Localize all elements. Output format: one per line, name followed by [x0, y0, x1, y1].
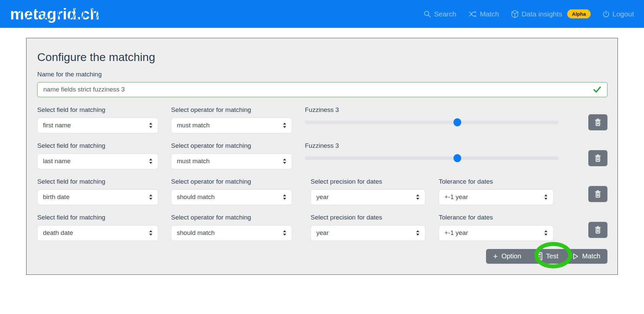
operator-label: Select operator for matching — [171, 178, 292, 185]
matching-name-wrap — [37, 82, 607, 97]
main-nav: Search Match Data insights Alpha Logout — [424, 9, 634, 18]
matching-row-1: Select field for matching first name Sel… — [37, 106, 607, 133]
match-button[interactable]: Match — [566, 249, 607, 264]
tolerance-select-value: +-1 year — [444, 193, 544, 201]
matching-name-input[interactable] — [37, 82, 607, 97]
precision-select-value: year — [316, 229, 416, 237]
fuzziness-slider[interactable] — [305, 153, 559, 169]
operator-select-value: should match — [177, 229, 283, 237]
operator-select[interactable]: must match — [171, 118, 292, 133]
select-arrows-icon — [416, 194, 420, 200]
nav-match-label: Match — [480, 10, 499, 18]
delete-row-button[interactable] — [588, 150, 607, 166]
select-arrows-icon — [544, 194, 548, 200]
slider-track — [305, 121, 559, 124]
delete-row-button[interactable] — [588, 222, 607, 238]
field-label: Select field for matching — [37, 106, 158, 114]
tolerance-label: Tolerance for dates — [439, 178, 553, 185]
matching-row-2: Select field for matching last name Sele… — [37, 142, 607, 169]
search-icon — [424, 10, 431, 18]
calculator-icon — [535, 252, 542, 260]
test-button[interactable]: Test — [528, 249, 566, 264]
nav-search[interactable]: Search — [424, 10, 457, 18]
field-select[interactable]: first name — [37, 118, 158, 133]
select-arrows-icon — [283, 123, 286, 128]
match-label: Match — [582, 252, 600, 260]
app-header: metagrid.ch Search Match Data insights A… — [0, 0, 644, 28]
add-option-button[interactable]: + Option — [486, 249, 528, 264]
precision-label: Select precision for dates — [311, 178, 425, 185]
matching-name-label: Name for the matching — [37, 71, 607, 78]
select-arrows-icon — [283, 230, 286, 236]
field-label: Select field for matching — [37, 178, 158, 185]
operator-label: Select operator for matching — [171, 106, 292, 114]
slider-thumb[interactable] — [453, 118, 461, 126]
field-select[interactable]: last name — [37, 153, 158, 169]
nav-logout-label: Logout — [612, 10, 634, 18]
operator-select-value: must match — [177, 122, 283, 129]
select-arrows-icon — [544, 230, 548, 236]
operator-select[interactable]: must match — [171, 153, 292, 169]
tolerance-select[interactable]: +-1 year — [439, 189, 553, 205]
plus-icon: + — [493, 252, 498, 260]
select-arrows-icon — [149, 159, 153, 164]
trash-icon — [594, 118, 602, 126]
select-arrows-icon — [149, 123, 153, 128]
field-select[interactable]: death date — [37, 225, 158, 241]
select-arrows-icon — [149, 194, 153, 200]
precision-label: Select precision for dates — [311, 214, 425, 221]
operator-select-value: must match — [177, 158, 283, 165]
field-select-value: first name — [43, 122, 149, 129]
add-option-label: Option — [501, 252, 521, 260]
slider-track — [305, 156, 559, 160]
tolerance-select[interactable]: +-1 year — [439, 225, 553, 241]
field-select-value: last name — [43, 158, 149, 165]
field-select-value: death date — [43, 229, 149, 237]
field-label: Select field for matching — [37, 142, 158, 149]
precision-select-value: year — [316, 193, 416, 201]
select-arrows-icon — [283, 159, 286, 164]
delete-row-button[interactable] — [588, 114, 607, 130]
select-arrows-icon — [283, 194, 286, 200]
fuzziness-slider[interactable] — [305, 118, 559, 133]
field-select[interactable]: birth date — [37, 189, 158, 205]
play-icon — [573, 253, 579, 260]
matching-row-4: Select field for matching death date Sel… — [37, 214, 607, 241]
fuzziness-label: Fuzziness 3 — [305, 106, 559, 114]
matching-row-3: Select field for matching birth date Sel… — [37, 178, 607, 205]
app-logo[interactable]: metagrid.ch — [10, 5, 99, 23]
select-arrows-icon — [149, 230, 153, 236]
nav-search-label: Search — [434, 10, 457, 18]
select-arrows-icon — [416, 230, 420, 236]
slider-thumb[interactable] — [453, 154, 461, 162]
trash-icon — [594, 154, 602, 162]
operator-label: Select operator for matching — [171, 214, 292, 221]
field-select-value: birth date — [43, 193, 149, 201]
fuzziness-label: Fuzziness 3 — [305, 142, 559, 149]
nav-logout[interactable]: Logout — [603, 10, 634, 18]
shuffle-icon — [469, 11, 477, 17]
operator-select[interactable]: should match — [171, 189, 292, 205]
field-label: Select field for matching — [37, 214, 158, 221]
power-icon — [603, 10, 609, 18]
operator-select[interactable]: should match — [171, 225, 292, 241]
nav-match[interactable]: Match — [469, 10, 499, 18]
tolerance-select-value: +-1 year — [444, 229, 544, 237]
operator-select-value: should match — [177, 193, 283, 201]
matching-config-panel: Configure the matching Name for the matc… — [26, 38, 618, 275]
delete-row-button[interactable] — [588, 186, 607, 202]
operator-label: Select operator for matching — [171, 142, 292, 149]
page-title: Configure the matching — [37, 50, 607, 64]
test-label: Test — [546, 252, 558, 260]
trash-icon — [594, 190, 602, 198]
nav-data-insights-label: Data insights — [522, 10, 562, 18]
tolerance-label: Tolerance for dates — [439, 214, 553, 221]
alpha-badge: Alpha — [567, 9, 591, 18]
nav-data-insights[interactable]: Data insights Alpha — [511, 9, 591, 18]
valid-check-icon — [593, 86, 601, 93]
cube-icon — [511, 10, 519, 18]
trash-icon — [594, 226, 602, 234]
precision-select[interactable]: year — [311, 189, 425, 205]
precision-select[interactable]: year — [311, 225, 425, 241]
action-button-bar: + Option Test Match — [37, 249, 607, 264]
